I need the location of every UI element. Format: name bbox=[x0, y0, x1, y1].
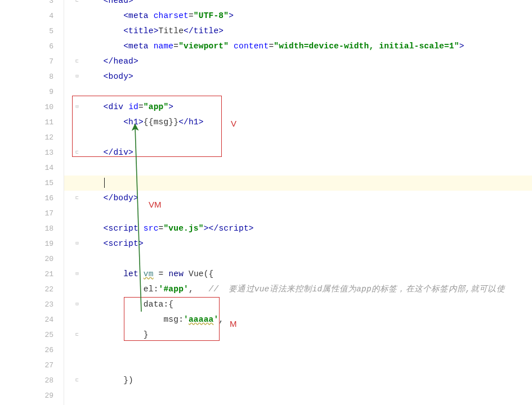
line-number: 20 bbox=[0, 251, 64, 267]
fold-open-icon[interactable]: ⊟ bbox=[74, 104, 80, 110]
line-number: 7 bbox=[0, 54, 64, 69]
code-line[interactable] bbox=[64, 358, 532, 373]
line-number: 25 bbox=[0, 327, 64, 343]
code-line[interactable]: <h1>{{msg}}</h1> bbox=[64, 115, 532, 130]
line-number: 24 bbox=[0, 312, 64, 327]
line-number: 5 bbox=[0, 24, 64, 39]
code-line[interactable]: el:'#app', // 要通过vue语法来控制id属性值为app的标签，在这… bbox=[64, 282, 532, 297]
code-line[interactable]: <head> bbox=[64, 0, 532, 8]
line-number: 18 bbox=[0, 221, 64, 236]
code-line[interactable]: </head> bbox=[64, 54, 532, 69]
code-line[interactable]: let vm = new Vue({ bbox=[64, 267, 532, 282]
fold-close-icon[interactable]: ⊏ bbox=[74, 150, 80, 155]
code-line[interactable]: <div id="app"> bbox=[64, 100, 532, 115]
line-number: 6 bbox=[0, 39, 64, 54]
line-number: 8 bbox=[0, 69, 64, 84]
code-line[interactable]: <script> bbox=[64, 236, 532, 251]
line-number: 26 bbox=[0, 343, 64, 358]
code-line[interactable] bbox=[64, 251, 532, 267]
code-editor[interactable]: 3456789101112131415161718192021222324252… bbox=[0, 0, 532, 405]
code-line[interactable]: }) bbox=[64, 373, 532, 388]
code-line[interactable] bbox=[64, 176, 532, 191]
line-number: 19 bbox=[0, 236, 64, 251]
code-line[interactable]: <meta name="viewport" content="width=dev… bbox=[64, 39, 532, 54]
code-line[interactable] bbox=[64, 130, 532, 145]
line-number: 3 bbox=[0, 0, 64, 8]
code-line[interactable]: msg:'aaaaa', bbox=[64, 312, 532, 327]
code-line[interactable]: data:{ bbox=[64, 297, 532, 312]
fold-close-icon[interactable]: ⊏ bbox=[74, 332, 80, 338]
line-number: 28 bbox=[0, 373, 64, 388]
code-line[interactable] bbox=[64, 160, 532, 176]
line-number: 22 bbox=[0, 282, 64, 297]
line-number: 10 bbox=[0, 100, 64, 115]
code-line[interactable]: </div> bbox=[64, 145, 532, 160]
code-area[interactable]: <head>⊏ <meta charset="UTF-8"> <title>Ti… bbox=[64, 0, 532, 405]
line-number: 14 bbox=[0, 160, 64, 176]
fold-close-icon[interactable]: ⊏ bbox=[74, 58, 80, 64]
line-number: 17 bbox=[0, 206, 64, 221]
line-number: 4 bbox=[0, 8, 64, 24]
fold-close-icon[interactable]: ⊏ bbox=[74, 0, 80, 3]
line-number: 12 bbox=[0, 130, 64, 145]
line-number-gutter: 3456789101112131415161718192021222324252… bbox=[0, 0, 64, 405]
line-number: 13 bbox=[0, 145, 64, 160]
line-number: 15 bbox=[0, 176, 64, 191]
line-number: 23 bbox=[0, 297, 64, 312]
fold-close-icon[interactable]: ⊏ bbox=[74, 195, 80, 201]
fold-open-icon[interactable]: ⊟ bbox=[74, 271, 80, 277]
line-number: 21 bbox=[0, 267, 64, 282]
code-line[interactable] bbox=[64, 343, 532, 358]
line-number: 29 bbox=[0, 388, 64, 403]
code-line[interactable]: </body> bbox=[64, 191, 532, 206]
code-line[interactable]: <meta charset="UTF-8"> bbox=[64, 8, 532, 24]
code-line[interactable] bbox=[64, 206, 532, 221]
code-line[interactable]: } bbox=[64, 327, 532, 343]
code-line[interactable] bbox=[64, 388, 532, 403]
line-number: 9 bbox=[0, 84, 64, 100]
fold-open-icon[interactable]: ⊟ bbox=[74, 74, 80, 79]
code-line[interactable]: <script src="vue.js"></script> bbox=[64, 221, 532, 236]
line-number: 11 bbox=[0, 115, 64, 130]
code-line[interactable]: <body> bbox=[64, 69, 532, 84]
fold-open-icon[interactable]: ⊟ bbox=[74, 241, 80, 246]
fold-open-icon[interactable]: ⊟ bbox=[74, 302, 80, 307]
line-number: 16 bbox=[0, 191, 64, 206]
code-line[interactable] bbox=[64, 84, 532, 100]
fold-close-icon[interactable]: ⊏ bbox=[74, 377, 80, 383]
line-number: 27 bbox=[0, 358, 64, 373]
code-line[interactable]: <title>Title</title> bbox=[64, 24, 532, 39]
